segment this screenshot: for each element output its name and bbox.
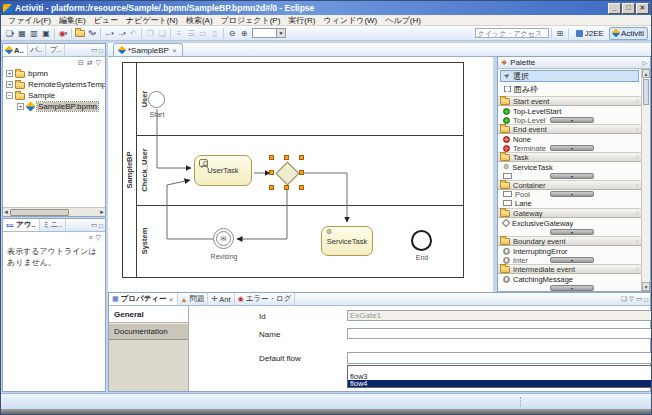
palette-tool-marquee[interactable]: 囲み枠 — [500, 83, 639, 95]
palette-item-partial[interactable]: ▾ — [498, 228, 641, 236]
open-folder-icon[interactable] — [74, 27, 86, 39]
collapse-palette-icon[interactable]: ▷ — [642, 59, 647, 66]
palette-group-container[interactable]: Container○ — [498, 180, 641, 190]
id-field[interactable] — [347, 310, 652, 321]
expand-icon[interactable]: + — [6, 70, 13, 77]
palette-item-partial[interactable]: Terminate▾ — [498, 144, 641, 152]
palette-item-partial[interactable]: Inter▾ — [498, 256, 641, 264]
new-wizard-icon[interactable]: ❏▾ — [4, 27, 16, 39]
open-perspective-icon[interactable]: ⊞ — [554, 27, 566, 39]
palette-group-end-event[interactable]: End event○ — [498, 124, 641, 134]
start-event-node[interactable] — [148, 91, 165, 108]
maximize-view-icon[interactable]: □ — [644, 296, 648, 303]
palette-group-boundary-event[interactable]: Boundary event○ — [498, 236, 641, 246]
palette-header[interactable]: ❖ Palette ▷ — [498, 57, 650, 69]
zoom-in-icon[interactable]: ⊕ — [238, 27, 250, 39]
drawer-scroll-indicator[interactable]: ▾ — [550, 285, 594, 291]
message-event-node[interactable]: ✉ — [213, 228, 234, 249]
dropdown-option-flow3[interactable]: flow3 — [348, 373, 652, 380]
pin-icon[interactable]: ○ — [635, 154, 639, 160]
end-event-node[interactable] — [411, 230, 432, 251]
default-flow-combo[interactable]: ▼ — [347, 352, 652, 364]
selection-handle[interactable] — [299, 155, 304, 160]
pin-icon[interactable]: ○ — [635, 126, 639, 132]
external-tools-icon[interactable]: ✎▾ — [86, 27, 98, 39]
close-button[interactable]: ✕ — [636, 3, 649, 14]
selection-handle[interactable] — [299, 170, 304, 175]
scroll-up-icon[interactable]: ▲ — [642, 69, 650, 78]
drawer-scroll-indicator[interactable]: ▾ — [550, 257, 594, 263]
section-documentation[interactable]: Documentation — [109, 323, 188, 340]
save-icon[interactable]: ▦ — [16, 27, 28, 39]
drawer-scroll-indicator[interactable]: ▾ — [550, 229, 594, 235]
palette-item-servicetask[interactable]: ⚙ServiceTask — [498, 162, 641, 172]
maximize-view-icon[interactable]: □ — [99, 47, 103, 54]
zoom-level-input[interactable] — [253, 30, 276, 37]
palette-item-interruptingerror[interactable]: InterruptingError — [498, 246, 641, 256]
palette-item-partial[interactable]: ▾ — [498, 172, 641, 180]
selection-handle[interactable] — [269, 155, 274, 160]
link-editor-icon[interactable]: ⇄ — [87, 59, 93, 67]
dropdown-option-flow4[interactable]: flow4 — [348, 380, 652, 387]
menu-project[interactable]: プロジェクト(P) — [217, 15, 285, 26]
drawer-scroll-indicator[interactable]: ▾ — [550, 173, 594, 179]
selection-handle[interactable] — [284, 185, 289, 190]
service-task-node[interactable]: ⚙ ServiceTask — [321, 226, 373, 256]
chevron-down-icon[interactable]: ▼ — [276, 29, 285, 37]
expand-icon[interactable]: + — [6, 81, 13, 88]
quick-access-input[interactable] — [475, 28, 549, 38]
align-center-icon[interactable]: ☰ — [185, 27, 197, 39]
menu-view[interactable]: ビュー — [90, 15, 122, 26]
view-menu-icon[interactable]: ▽ — [629, 295, 634, 303]
menu-navigate[interactable]: ナビゲート(N) — [122, 15, 182, 26]
selection-handle[interactable] — [269, 185, 274, 190]
palette-item-partial[interactable]: Top-Level▾ — [498, 116, 641, 124]
scroll-thumb[interactable] — [643, 79, 649, 105]
name-field[interactable] — [347, 328, 652, 339]
palette-item-partial[interactable]: ▾ — [498, 284, 641, 291]
menu-window[interactable]: ウィンドウ(W) — [319, 15, 381, 26]
save-all-icon[interactable]: ▥ — [28, 27, 40, 39]
tab-outline[interactable]: ≔アウ.. — [3, 219, 40, 231]
zoom-out-icon[interactable]: ⊖ — [226, 27, 238, 39]
user-task-node[interactable]: UserTask — [194, 155, 252, 186]
palette-group-intermediate-event[interactable]: Intermediate event○ — [498, 264, 641, 274]
zoom-level-combo[interactable]: ▼ — [252, 28, 286, 38]
maximize-button[interactable]: □ — [622, 3, 635, 14]
drawer-scroll-indicator[interactable]: ▾ — [550, 117, 594, 123]
match-height-icon[interactable]: ▯ — [209, 27, 221, 39]
perspective-activiti[interactable]: Activiti — [609, 27, 648, 40]
minimize-view-icon[interactable]: ▭ — [91, 221, 97, 229]
explorer-hscrollbar[interactable]: ◄► — [3, 207, 105, 216]
run-config-icon[interactable]: ◉▾ — [57, 27, 69, 39]
drawer-scroll-indicator[interactable]: ▾ — [550, 145, 594, 151]
perspective-j2ee[interactable]: J2EE — [573, 28, 607, 39]
palette-item-catchingmessage[interactable]: CatchingMessage — [498, 274, 641, 284]
menu-help[interactable]: ヘルプ(H) — [381, 15, 425, 26]
section-general[interactable]: General — [109, 306, 188, 323]
dropdown-option-empty[interactable] — [348, 366, 652, 373]
collapse-icon[interactable]: − — [6, 92, 13, 99]
selection-handle[interactable] — [284, 155, 289, 160]
last-edit-icon[interactable]: ↶ — [127, 27, 139, 39]
minimize-button[interactable]: _ — [608, 3, 621, 14]
tab-properties[interactable]: ▦プロパティー✕ — [109, 293, 178, 305]
palette-scrollbar[interactable]: ▲ ▼ — [641, 69, 650, 291]
menu-run[interactable]: 実行(R) — [284, 15, 319, 26]
print-icon[interactable]: ▣ — [40, 27, 52, 39]
scroll-thumb[interactable] — [10, 209, 69, 216]
sort-icon[interactable]: ≡ — [89, 234, 93, 241]
tree-item-samplebp[interactable]: +SampleBP.bpmn — [3, 101, 105, 112]
pin-icon[interactable]: ○ — [635, 182, 639, 188]
palette-group-start-event[interactable]: Start event○ — [498, 96, 641, 106]
expand-icon[interactable]: + — [17, 103, 24, 110]
paste-icon[interactable]: ❏ — [156, 27, 168, 39]
view-menu-icon[interactable]: ▽ — [96, 59, 101, 67]
palette-item-lane[interactable]: Lane — [498, 198, 641, 208]
selection-handle[interactable] — [299, 185, 304, 190]
pin-icon[interactable]: ○ — [635, 266, 639, 272]
pin-icon[interactable]: ○ — [635, 210, 639, 216]
palette-item-pool[interactable]: Pool▾ — [498, 190, 641, 198]
collapse-all-icon[interactable]: ⊟ — [78, 59, 84, 67]
palette-group-gateway[interactable]: Gateway○ — [498, 208, 641, 218]
